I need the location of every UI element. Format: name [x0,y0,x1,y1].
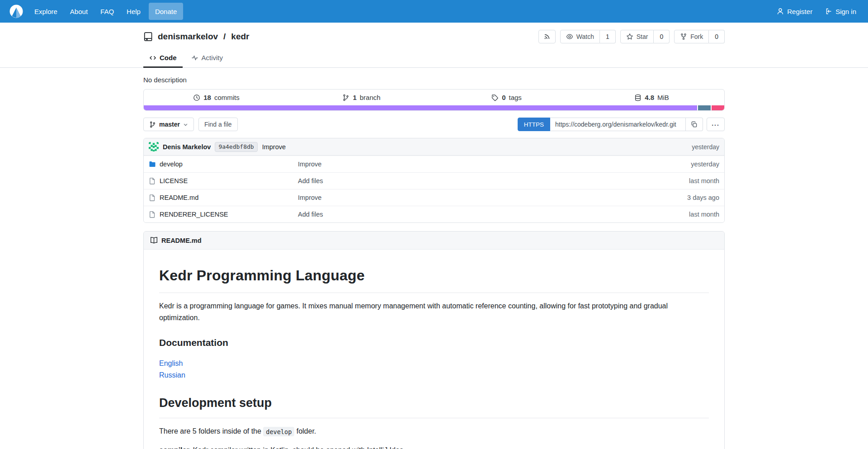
link-russian[interactable]: Russian [159,371,185,379]
branch-selector[interactable]: master [143,118,194,131]
repo-separator: / [222,32,226,42]
author-avatar[interactable] [149,142,159,152]
readme-title: Kedr Programming Language [159,264,709,293]
watch-label: Watch [576,33,594,40]
fork-button[interactable]: Fork [674,30,709,43]
stat-tags-label: tags [509,94,521,101]
stat-size-label: MiB [657,94,669,101]
https-protocol-button[interactable]: HTTPS [518,118,550,131]
file-commit-time: yesterday [691,161,719,168]
language-bar[interactable] [144,105,724,110]
folder-icon [149,161,156,168]
stat-branches-value: 1 [353,94,356,101]
code-icon [149,54,156,61]
file-commit-message[interactable]: Add files [298,177,689,184]
file-name-label: README.md [160,194,198,201]
stat-size[interactable]: 4.8 MiB [579,90,724,105]
branch-icon [149,121,156,128]
nav-about[interactable]: About [64,0,94,23]
fork-count[interactable]: 0 [709,30,725,43]
readme-folders-line: There are 5 folders inside of the develo… [159,425,709,437]
copy-url-button[interactable] [686,118,703,131]
codeberg-logo[interactable] [5,4,28,19]
repo-content: No description 18 commits 1 branch [143,76,725,449]
file-commit-time: last month [689,177,719,184]
book-icon [150,236,158,244]
readme-content: Kedr Programming Language Kedr is a prog… [144,250,724,449]
folders-text-post: folder. [297,427,316,435]
stat-tags-value: 0 [502,94,505,101]
tab-code[interactable]: Code [143,50,183,68]
tab-code-label: Code [160,54,177,61]
star-label: Star [637,33,648,40]
chevron-down-icon [183,122,188,127]
tab-activity-label: Activity [202,54,223,61]
file-link-develop[interactable]: develop [149,161,298,168]
stat-commits-label: commits [214,94,240,101]
purple-language-segment[interactable] [144,105,697,110]
file-commit-time: last month [689,211,719,218]
find-file-button[interactable]: Find a file [198,118,238,131]
commit-author-link[interactable]: Denis Markelov [163,143,211,151]
pink-language-segment[interactable] [712,105,724,110]
stat-branches[interactable]: 1 branch [289,90,434,105]
clone-url-input[interactable] [550,118,686,131]
repository-icon [143,32,153,42]
watch-button[interactable]: Watch [560,30,600,43]
link-english[interactable]: English [159,359,183,367]
register-label: Register [787,8,812,15]
repo-tabs: Code Activity [143,50,725,67]
file-name-label: develop [160,161,183,168]
find-file-label: Find a file [204,121,232,128]
repo-title: denismarkelov / kedr [143,32,250,42]
sign-in-button[interactable]: Sign in [819,0,863,23]
file-name-label: LICENSE [160,177,188,184]
file-link-renderer-license[interactable]: RENDERER_LICENSE [149,211,298,218]
nav-donate[interactable]: Donate [149,3,183,20]
latest-commit-row: Denis Markelov 9a4edbf8db Improve yester… [144,138,724,156]
codeberg-mountain-icon [9,4,24,19]
file-commit-message[interactable]: Add files [298,211,689,218]
folders-text-pre: There are 5 folders inside of the [159,427,261,435]
rss-feed-button[interactable] [538,30,556,43]
table-row: LICENSE Add files last month [144,172,724,189]
readme-setup-heading: Development setup [159,393,709,418]
watch-count[interactable]: 1 [600,30,616,43]
tab-activity[interactable]: Activity [185,50,229,68]
stat-commits-value: 18 [203,94,211,101]
nav-faq[interactable]: FAQ [94,0,120,23]
branch-name: master [159,121,180,128]
file-link-readme[interactable]: README.md [149,194,298,201]
commit-message-link[interactable]: Improve [262,143,286,151]
files-table: Denis Markelov 9a4edbf8db Improve yester… [143,138,725,223]
nav-explore[interactable]: Explore [28,0,64,23]
repo-description: No description [143,76,725,84]
readme-docs-heading: Documentation [159,335,709,350]
more-options-button[interactable]: ... [707,118,725,131]
table-row: develop Improve yesterday [144,156,724,172]
readme-filename: README.md [161,237,202,244]
file-commit-message[interactable]: Improve [298,161,691,168]
fork-label: Fork [690,33,703,40]
eye-icon [566,33,573,40]
person-icon [777,8,784,15]
compiler-text: Kedr compiler written in Kotlin, should … [193,446,406,449]
branch-icon [342,94,349,101]
star-count[interactable]: 0 [654,30,670,43]
compiler-term: compiler. [159,446,191,449]
file-commit-message[interactable]: Improve [298,194,687,201]
repo-owner-link[interactable]: denismarkelov [158,32,218,42]
inline-code-develop: develop [263,427,294,436]
file-icon [149,177,156,184]
fork-group: Fork 0 [674,30,725,43]
commit-hash-link[interactable]: 9a4edbf8db [215,142,257,152]
stat-commits[interactable]: 18 commits [144,90,289,105]
slate-language-segment[interactable] [698,105,711,110]
register-button[interactable]: Register [770,0,819,23]
nav-help[interactable]: Help [120,0,147,23]
file-link-license[interactable]: LICENSE [149,177,298,184]
stat-tags[interactable]: 0 tags [434,90,579,105]
repo-name-link[interactable]: kedr [231,32,249,42]
database-icon [634,94,642,101]
star-button[interactable]: Star [620,30,654,43]
